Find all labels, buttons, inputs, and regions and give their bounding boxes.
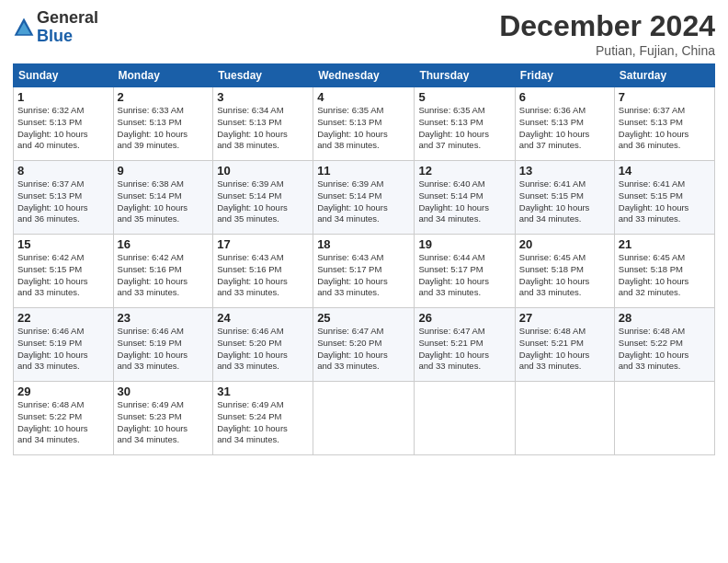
day-info: Sunrise: 6:41 AMSunset: 5:15 PMDaylight:… xyxy=(519,178,590,224)
day-info: Sunrise: 6:39 AMSunset: 5:14 PMDaylight:… xyxy=(317,178,388,224)
table-row: 6Sunrise: 6:36 AMSunset: 5:13 PMDaylight… xyxy=(515,87,614,161)
day-info: Sunrise: 6:35 AMSunset: 5:13 PMDaylight:… xyxy=(418,105,489,150)
table-row: 10Sunrise: 6:39 AMSunset: 5:14 PMDayligh… xyxy=(213,161,313,235)
day-info: Sunrise: 6:42 AMSunset: 5:16 PMDaylight:… xyxy=(118,252,188,297)
table-row: 31Sunrise: 6:49 AMSunset: 5:24 PMDayligh… xyxy=(213,382,313,455)
table-row: 24Sunrise: 6:46 AMSunset: 5:20 PMDayligh… xyxy=(213,308,313,382)
day-number: 2 xyxy=(118,90,210,104)
day-info: Sunrise: 6:35 AMSunset: 5:13 PMDaylight:… xyxy=(317,105,388,150)
table-row: 11Sunrise: 6:39 AMSunset: 5:14 PMDayligh… xyxy=(313,161,415,235)
logo: General Blue xyxy=(13,9,98,46)
table-row: 19Sunrise: 6:44 AMSunset: 5:17 PMDayligh… xyxy=(415,235,515,308)
table-row: 15Sunrise: 6:42 AMSunset: 5:15 PMDayligh… xyxy=(14,235,114,308)
day-info: Sunrise: 6:43 AMSunset: 5:17 PMDaylight:… xyxy=(317,252,388,297)
logo-general-text: General xyxy=(37,9,98,28)
day-info: Sunrise: 6:37 AMSunset: 5:13 PMDaylight:… xyxy=(17,178,88,224)
day-number: 15 xyxy=(17,237,109,251)
day-number: 16 xyxy=(118,237,210,251)
table-row: 1Sunrise: 6:32 AMSunset: 5:13 PMDaylight… xyxy=(14,87,114,161)
day-number: 29 xyxy=(17,385,109,398)
calendar-header-row: Sunday Monday Tuesday Wednesday Thursday… xyxy=(14,64,715,87)
table-row: 8Sunrise: 6:37 AMSunset: 5:13 PMDaylight… xyxy=(14,161,114,235)
day-info: Sunrise: 6:44 AMSunset: 5:17 PMDaylight:… xyxy=(418,252,489,297)
day-info: Sunrise: 6:45 AMSunset: 5:18 PMDaylight:… xyxy=(519,252,590,297)
table-row xyxy=(313,382,415,455)
table-row: 13Sunrise: 6:41 AMSunset: 5:15 PMDayligh… xyxy=(515,161,614,235)
location-subtitle: Putian, Fujian, China xyxy=(499,43,715,58)
title-block: December 2024 Putian, Fujian, China xyxy=(499,9,715,58)
day-number: 24 xyxy=(217,311,309,325)
logo-icon xyxy=(13,17,35,39)
table-row: 9Sunrise: 6:38 AMSunset: 5:14 PMDaylight… xyxy=(113,161,213,235)
day-number: 20 xyxy=(519,237,610,251)
day-info: Sunrise: 6:47 AMSunset: 5:20 PMDaylight:… xyxy=(317,326,388,371)
day-info: Sunrise: 6:46 AMSunset: 5:19 PMDaylight:… xyxy=(118,326,188,371)
logo-text: General Blue xyxy=(37,9,98,46)
header-tuesday: Tuesday xyxy=(213,64,313,87)
day-number: 5 xyxy=(418,90,510,104)
calendar-week-row: 8Sunrise: 6:37 AMSunset: 5:13 PMDaylight… xyxy=(14,161,715,235)
day-info: Sunrise: 6:49 AMSunset: 5:24 PMDaylight:… xyxy=(217,399,288,444)
table-row: 27Sunrise: 6:48 AMSunset: 5:21 PMDayligh… xyxy=(515,308,614,382)
header-wednesday: Wednesday xyxy=(313,64,415,87)
day-info: Sunrise: 6:40 AMSunset: 5:14 PMDaylight:… xyxy=(418,178,489,224)
day-info: Sunrise: 6:47 AMSunset: 5:21 PMDaylight:… xyxy=(418,326,489,371)
table-row: 17Sunrise: 6:43 AMSunset: 5:16 PMDayligh… xyxy=(213,235,313,308)
day-info: Sunrise: 6:46 AMSunset: 5:20 PMDaylight:… xyxy=(217,326,288,371)
day-info: Sunrise: 6:42 AMSunset: 5:15 PMDaylight:… xyxy=(17,252,88,297)
table-row: 16Sunrise: 6:42 AMSunset: 5:16 PMDayligh… xyxy=(113,235,213,308)
day-number: 3 xyxy=(217,90,309,104)
table-row: 26Sunrise: 6:47 AMSunset: 5:21 PMDayligh… xyxy=(415,308,515,382)
day-info: Sunrise: 6:33 AMSunset: 5:13 PMDaylight:… xyxy=(118,105,188,150)
day-number: 8 xyxy=(17,164,109,178)
day-number: 13 xyxy=(519,164,610,178)
table-row: 30Sunrise: 6:49 AMSunset: 5:23 PMDayligh… xyxy=(113,382,213,455)
day-info: Sunrise: 6:32 AMSunset: 5:13 PMDaylight:… xyxy=(17,105,88,150)
day-info: Sunrise: 6:34 AMSunset: 5:13 PMDaylight:… xyxy=(217,105,288,150)
day-info: Sunrise: 6:41 AMSunset: 5:15 PMDaylight:… xyxy=(619,178,689,224)
calendar-week-row: 22Sunrise: 6:46 AMSunset: 5:19 PMDayligh… xyxy=(14,308,715,382)
day-number: 22 xyxy=(17,311,109,325)
day-info: Sunrise: 6:49 AMSunset: 5:23 PMDaylight:… xyxy=(118,399,188,444)
day-number: 10 xyxy=(217,164,309,178)
table-row: 2Sunrise: 6:33 AMSunset: 5:13 PMDaylight… xyxy=(113,87,213,161)
day-number: 19 xyxy=(418,237,510,251)
table-row: 18Sunrise: 6:43 AMSunset: 5:17 PMDayligh… xyxy=(313,235,415,308)
table-row xyxy=(614,382,714,455)
calendar-week-row: 15Sunrise: 6:42 AMSunset: 5:15 PMDayligh… xyxy=(14,235,715,308)
header-thursday: Thursday xyxy=(415,64,515,87)
day-number: 14 xyxy=(619,164,711,178)
day-info: Sunrise: 6:46 AMSunset: 5:19 PMDaylight:… xyxy=(17,326,88,371)
day-number: 11 xyxy=(317,164,410,178)
table-row: 21Sunrise: 6:45 AMSunset: 5:18 PMDayligh… xyxy=(614,235,714,308)
header-friday: Friday xyxy=(515,64,614,87)
day-number: 30 xyxy=(118,385,210,398)
day-number: 31 xyxy=(217,385,309,398)
table-row: 3Sunrise: 6:34 AMSunset: 5:13 PMDaylight… xyxy=(213,87,313,161)
day-info: Sunrise: 6:48 AMSunset: 5:22 PMDaylight:… xyxy=(619,326,689,371)
day-number: 12 xyxy=(418,164,510,178)
table-row: 23Sunrise: 6:46 AMSunset: 5:19 PMDayligh… xyxy=(113,308,213,382)
day-number: 23 xyxy=(118,311,210,325)
month-title: December 2024 xyxy=(499,9,715,43)
day-number: 4 xyxy=(317,90,410,104)
table-row: 14Sunrise: 6:41 AMSunset: 5:15 PMDayligh… xyxy=(614,161,714,235)
day-info: Sunrise: 6:38 AMSunset: 5:14 PMDaylight:… xyxy=(118,178,188,224)
day-info: Sunrise: 6:45 AMSunset: 5:18 PMDaylight:… xyxy=(619,252,689,297)
table-row: 5Sunrise: 6:35 AMSunset: 5:13 PMDaylight… xyxy=(415,87,515,161)
day-number: 21 xyxy=(619,237,711,251)
logo-blue-text: Blue xyxy=(37,28,98,46)
table-row xyxy=(415,382,515,455)
table-row: 25Sunrise: 6:47 AMSunset: 5:20 PMDayligh… xyxy=(313,308,415,382)
day-info: Sunrise: 6:43 AMSunset: 5:16 PMDaylight:… xyxy=(217,252,288,297)
calendar-week-row: 29Sunrise: 6:48 AMSunset: 5:22 PMDayligh… xyxy=(14,382,715,455)
day-info: Sunrise: 6:37 AMSunset: 5:13 PMDaylight:… xyxy=(619,105,689,150)
day-number: 26 xyxy=(418,311,510,325)
page-container: General Blue December 2024 Putian, Fujia… xyxy=(0,0,728,463)
table-row: 20Sunrise: 6:45 AMSunset: 5:18 PMDayligh… xyxy=(515,235,614,308)
day-number: 1 xyxy=(17,90,109,104)
calendar-table: Sunday Monday Tuesday Wednesday Thursday… xyxy=(13,63,715,455)
day-number: 17 xyxy=(217,237,309,251)
day-info: Sunrise: 6:36 AMSunset: 5:13 PMDaylight:… xyxy=(519,105,590,150)
table-row: 28Sunrise: 6:48 AMSunset: 5:22 PMDayligh… xyxy=(614,308,714,382)
